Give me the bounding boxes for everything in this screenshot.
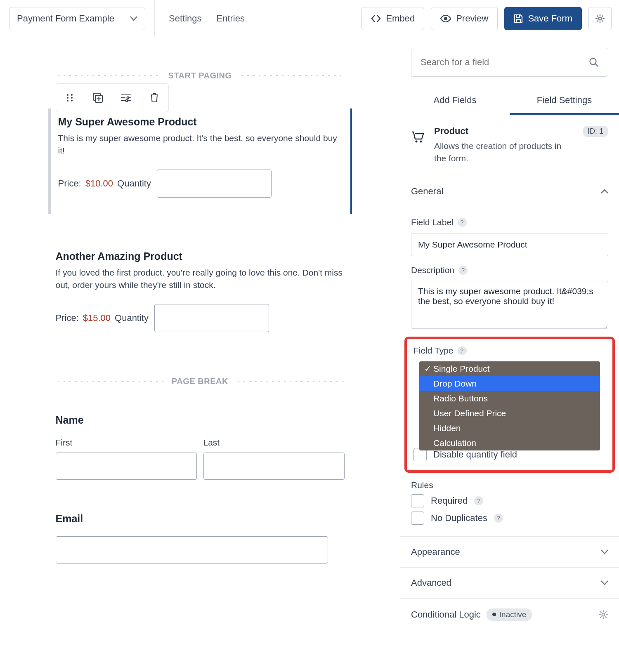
accordion-advanced[interactable]: Advanced xyxy=(400,568,619,598)
form-selector[interactable]: Payment Form Example xyxy=(9,7,145,30)
accordion-title: General xyxy=(411,186,443,197)
help-icon[interactable]: ? xyxy=(458,266,468,275)
chevron-up-icon xyxy=(601,189,608,194)
svg-point-7 xyxy=(71,100,73,101)
product-field-2[interactable]: Another Amazing Product If you loved the… xyxy=(56,243,345,349)
field-type-dropdown[interactable]: Single Product Drop Down Radio Buttons U… xyxy=(419,361,600,450)
page-break-label: PAGE BREAK xyxy=(172,377,228,386)
drag-handle[interactable] xyxy=(56,84,84,112)
accordion-conditional-logic[interactable]: Conditional Logic Inactive xyxy=(400,599,619,631)
cart-icon xyxy=(411,131,424,143)
preview-label: Preview xyxy=(456,13,488,24)
field-type-description: Allows the creation of products in the f… xyxy=(434,140,573,165)
field-type-highlight: Field Type ? Single Product Drop Down Ra… xyxy=(404,337,615,473)
product-field-1[interactable]: My Super Awesome Product This is my supe… xyxy=(48,108,352,214)
svg-point-13 xyxy=(416,141,418,143)
email-field[interactable]: Email xyxy=(56,513,345,564)
form-settings-button[interactable] xyxy=(588,7,612,30)
quantity-label: Quantity xyxy=(117,178,151,189)
field-id-badge: ID: 1 xyxy=(583,126,608,137)
field-description: If you loved the first product, you're r… xyxy=(56,266,345,292)
field-title: My Super Awesome Product xyxy=(58,116,343,128)
svg-point-15 xyxy=(602,613,605,616)
option-hidden[interactable]: Hidden xyxy=(419,421,600,436)
svg-point-5 xyxy=(71,97,73,99)
option-user-defined-price[interactable]: User Defined Price xyxy=(419,406,600,421)
gear-icon[interactable] xyxy=(598,610,608,620)
description-input[interactable] xyxy=(411,281,608,329)
chevron-down-icon xyxy=(601,580,608,585)
disable-quantity-label: Disable quantity field xyxy=(433,449,517,460)
help-icon[interactable]: ? xyxy=(474,496,483,505)
preview-button[interactable]: Preview xyxy=(431,7,498,30)
field-label-label: Field Label xyxy=(411,217,454,227)
accordion-title: Conditional Logic xyxy=(411,609,481,620)
embed-button[interactable]: Embed xyxy=(361,7,424,30)
search-input[interactable] xyxy=(421,48,589,76)
required-checkbox[interactable] xyxy=(411,494,424,507)
field-description: This is my super awesome product. It's t… xyxy=(58,132,343,157)
gear-icon xyxy=(595,14,605,24)
rules-label: Rules xyxy=(411,480,608,490)
option-radio-buttons[interactable]: Radio Buttons xyxy=(419,391,600,406)
quantity-input[interactable] xyxy=(157,170,272,198)
help-icon[interactable]: ? xyxy=(458,346,467,355)
first-name-input[interactable] xyxy=(56,453,197,480)
svg-point-4 xyxy=(67,97,69,99)
nav-entries[interactable]: Entries xyxy=(217,13,245,24)
option-single-product[interactable]: Single Product xyxy=(419,361,600,376)
svg-point-3 xyxy=(71,94,73,96)
field-label-input[interactable] xyxy=(411,233,608,256)
delete-button[interactable] xyxy=(140,84,168,112)
price-value: $15.00 xyxy=(83,313,111,323)
last-name-input[interactable] xyxy=(203,453,345,480)
save-icon xyxy=(514,14,523,23)
embed-label: Embed xyxy=(386,13,415,24)
svg-point-1 xyxy=(599,17,602,20)
tab-field-settings[interactable]: Field Settings xyxy=(510,87,619,115)
quantity-input[interactable] xyxy=(154,304,269,332)
field-type-title: Product xyxy=(434,126,573,137)
divider-dash xyxy=(236,380,345,382)
search-icon xyxy=(589,57,599,67)
svg-point-2 xyxy=(67,94,69,96)
help-icon[interactable]: ? xyxy=(458,218,467,227)
description-label: Description xyxy=(411,265,454,275)
chevron-down-icon xyxy=(601,549,608,554)
accordion-appearance[interactable]: Appearance xyxy=(400,537,619,567)
field-search[interactable] xyxy=(411,48,608,77)
separator xyxy=(259,0,259,37)
tab-add-fields[interactable]: Add Fields xyxy=(400,87,510,115)
inactive-badge: Inactive xyxy=(487,608,532,621)
form-canvas: START PAGING xyxy=(0,37,400,631)
required-label: Required xyxy=(431,495,468,506)
field-sidebar: Add Fields Field Settings Product Allows… xyxy=(400,37,619,631)
inactive-badge-label: Inactive xyxy=(499,610,526,619)
duplicate-button[interactable] xyxy=(84,84,112,112)
no-duplicates-label: No Duplicates xyxy=(431,513,487,523)
code-icon xyxy=(371,14,381,23)
field-type-label: Field Type xyxy=(413,346,454,356)
name-field[interactable]: Name First Last xyxy=(56,414,345,480)
last-name-label: Last xyxy=(203,438,345,448)
field-title: Name xyxy=(56,414,345,426)
chevron-down-icon xyxy=(130,16,137,21)
form-selector-label: Payment Form Example xyxy=(17,13,114,24)
email-input[interactable] xyxy=(56,536,328,564)
save-button[interactable]: Save Form xyxy=(504,7,582,30)
nav-settings[interactable]: Settings xyxy=(169,13,202,24)
option-calculation[interactable]: Calculation xyxy=(419,436,600,450)
save-label: Save Form xyxy=(528,13,572,24)
field-title: Another Amazing Product xyxy=(56,250,345,262)
accordion-general[interactable]: General xyxy=(400,176,619,207)
edit-button[interactable] xyxy=(112,84,140,112)
start-paging-label: START PAGING xyxy=(168,71,232,80)
price-value: $10.00 xyxy=(85,178,113,189)
accordion-title: Appearance xyxy=(411,547,460,557)
eye-icon xyxy=(440,14,451,23)
help-icon[interactable]: ? xyxy=(494,514,503,523)
option-drop-down[interactable]: Drop Down xyxy=(419,376,600,391)
no-duplicates-checkbox[interactable] xyxy=(411,512,424,525)
divider-dash xyxy=(56,75,161,77)
field-title: Email xyxy=(56,513,345,525)
